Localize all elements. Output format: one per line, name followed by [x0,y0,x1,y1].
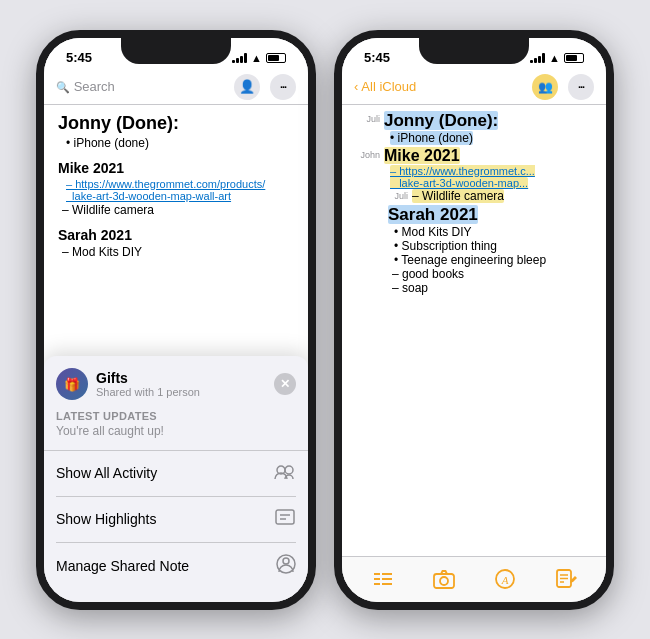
right-nav-back[interactable]: ‹ All iCloud [354,79,416,94]
left-bottom-sheet: 🎁 Gifts Shared with 1 person ✕ Latest Up… [44,356,308,602]
right-status-time: 5:45 [364,50,390,65]
left-sheet-close-button[interactable]: ✕ [274,373,296,395]
right-battery-icon [564,53,584,63]
left-status-icons: ▲ [232,52,286,64]
left-signal-icon [232,53,247,63]
left-sheet-row-highlights[interactable]: Show Highlights [56,497,296,543]
right-john-label: John [356,147,384,203]
left-mike-camera: – Wildlife camera [58,203,294,217]
right-nav-icons: 👥 ··· [532,74,594,100]
right-toolbar-markup[interactable]: A [494,568,516,590]
right-signal-icon [530,53,545,63]
left-phone-screen: 5:45 ▲ 🔍 Search [44,38,308,602]
right-sarah-item1: • Mod Kits DIY [388,225,592,239]
phones-container: 5:45 ▲ 🔍 Search [26,20,624,620]
svg-point-1 [285,466,293,474]
left-sarah-item1: – Mod Kits DIY [58,245,294,259]
right-wifi-icon: ▲ [549,52,560,64]
svg-text:A: A [500,574,508,586]
right-toolbar-compose[interactable] [555,568,577,590]
svg-point-14 [440,577,448,585]
left-sheet-subtitle: Shared with 1 person [96,386,274,398]
right-sarah-item5: – soap [388,281,592,295]
left-sheet-updates-label: Latest Updates [56,410,296,422]
left-manage-label: Manage Shared Note [56,558,189,574]
left-phone: 5:45 ▲ 🔍 Search [36,30,316,610]
left-nav-more-icon[interactable]: ··· [270,74,296,100]
right-jonny-iphone: • iPhone (done) [384,131,592,145]
right-nav-person-icon[interactable]: 👥 [532,74,558,100]
right-juli-label1: Juli [356,111,384,145]
left-note-section-sarah: Sarah 2021 – Mod Kits DIY [58,227,294,259]
right-mike-section: John Mike 2021 – https://www.thegrommet.… [356,147,592,203]
left-activity-icon [274,462,296,485]
svg-rect-2 [276,510,294,524]
left-status-bar: 5:45 ▲ [44,38,308,72]
right-mike-title: Mike 2021 [384,147,592,165]
right-sarah-title: Sarah 2021 [388,205,592,225]
right-bottom-toolbar: A [342,556,606,602]
left-status-time: 5:45 [66,50,92,65]
right-phone: 5:45 ▲ ‹ All iCloud [334,30,614,610]
left-sheet-update-text: You're all caught up! [56,424,296,438]
left-highlights-icon [274,508,296,531]
left-sheet-row-manage[interactable]: Manage Shared Note [56,543,296,590]
left-nav-icons: 👤 ··· [234,74,296,100]
left-mike-title: Mike 2021 [58,160,294,176]
left-sarah-title: Sarah 2021 [58,227,294,243]
left-manage-icon [276,554,296,579]
right-note-content: Juli Jonny (Done): • iPhone (done) John [342,105,606,589]
left-jonny-item1: • iPhone (done) [58,136,294,150]
right-toolbar-camera[interactable] [433,569,455,589]
left-wifi-icon: ▲ [251,52,262,64]
left-nav-person-icon[interactable]: 👤 [234,74,260,100]
right-jonny-content: Jonny (Done): • iPhone (done) [384,111,592,145]
right-jonny-title-highlight: Jonny (Done): [384,111,498,130]
left-jonny-title: Jonny (Done): [58,113,294,134]
left-sheet-title-group: Gifts Shared with 1 person [96,370,274,398]
right-juli-label2: Juli [384,189,412,203]
right-mike-content: Mike 2021 – https://www.thegrommet.c... … [384,147,592,203]
right-mike-title-highlight: Mike 2021 [384,147,460,164]
right-jonny-section: Juli Jonny (Done): • iPhone (done) [356,111,592,145]
right-phone-screen: 5:45 ▲ ‹ All iCloud [342,38,606,602]
right-nav-more-icon[interactable]: ··· [568,74,594,100]
right-jonny-title: Jonny (Done): [384,111,592,131]
right-sarah-items: • Mod Kits DIY • Subscription thing • Te… [388,225,592,295]
right-status-bar: 5:45 ▲ [342,38,606,72]
right-sarah-title-highlight: Sarah 2021 [388,205,478,224]
left-mike-link[interactable]: – https://www.thegrommet.com/products/ l… [58,178,294,202]
right-sarah-item4: – good books [388,267,592,281]
left-note-section-jonny: Jonny (Done): • iPhone (done) [58,113,294,150]
svg-rect-13 [434,574,454,588]
right-wildlife-text: – Wildlife camera [412,189,504,203]
left-nav-bar: 🔍 Search 👤 ··· [44,72,308,105]
left-sheet-header: 🎁 Gifts Shared with 1 person ✕ [56,368,296,400]
left-sheet-row-activity[interactable]: Show All Activity [56,451,296,497]
left-note-section-mike: Mike 2021 – https://www.thegrommet.com/p… [58,160,294,217]
left-highlights-label: Show Highlights [56,511,156,527]
right-wildlife-highlight: – Wildlife camera [412,189,504,203]
left-sheet-avatar: 🎁 [56,368,88,400]
right-sarah-item2: • Subscription thing [388,239,592,253]
right-sarah-item3: • Teenage engineering bleep [388,253,592,267]
svg-point-6 [283,558,289,564]
left-activity-label: Show All Activity [56,465,157,481]
right-nav-bar: ‹ All iCloud 👥 ··· [342,72,606,105]
right-mike-link[interactable]: – https://www.thegrommet.c... lake-art-3… [384,165,592,189]
right-wildlife-row: Juli – Wildlife camera [384,189,592,203]
right-sarah-section: Sarah 2021 • Mod Kits DIY • Subscription… [356,205,592,295]
left-search-label: 🔍 Search [56,79,115,94]
right-jonny-iphone-highlight: • iPhone (done) [390,131,473,145]
right-status-icons: ▲ [530,52,584,64]
left-battery-icon [266,53,286,63]
right-toolbar-checklist[interactable] [372,568,394,590]
right-mike-link-highlight: – https://www.thegrommet.c... lake-art-3… [390,165,535,189]
left-sheet-title: Gifts [96,370,274,386]
